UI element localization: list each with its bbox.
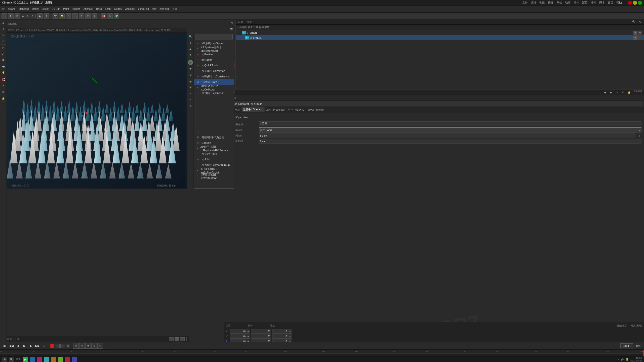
menu-item-mesh[interactable]: 网格 [556, 1, 562, 5]
axis-z[interactable]: Z [30, 15, 34, 17]
obj-toolbar-file[interactable]: 文件 [237, 26, 242, 29]
taskbar-app-3[interactable] [37, 357, 42, 362]
search-btn[interactable]: 🔍 [631, 19, 636, 25]
tool-camera[interactable]: 📷 [1, 64, 6, 69]
plugin-script[interactable]: Script [105, 8, 111, 10]
transport-tostart[interactable]: ⏮ [2, 343, 8, 349]
display-mode-grip[interactable] [186, 337, 187, 341]
end-frame-input[interactable] [620, 343, 633, 348]
plugin-animate[interactable]: Animate [84, 8, 93, 10]
taskbar-app-1[interactable]: 📁 [23, 357, 28, 362]
tool-magnet[interactable]: 🧲 [1, 77, 6, 82]
prop-tab-preview[interactable]: 颜色 | Preview [306, 108, 325, 112]
tool-bridge[interactable]: ⊞ [1, 89, 6, 94]
taskbar-app-6[interactable] [58, 357, 63, 362]
taskbar-app-2[interactable] [30, 357, 35, 362]
context-item-xpcache[interactable]: ● xpCache [194, 57, 234, 63]
win-close-btn[interactable] [628, 1, 632, 5]
menu-item-edit[interactable]: 编辑 [531, 1, 536, 5]
transport-prevkey[interactable]: ◀◀ [9, 343, 14, 349]
toolbar-object[interactable]: ◻ [66, 13, 71, 19]
taskbar-search[interactable]: 🔍 [9, 357, 14, 362]
record-option-1[interactable]: ⊙ [55, 344, 60, 348]
menu-item-select[interactable]: 选择 [548, 1, 553, 5]
tool-box[interactable]: ◻ [1, 45, 6, 51]
plugin-paint[interactable]: Paint [63, 8, 69, 10]
toolbar-scale[interactable]: ⊞ [15, 13, 20, 19]
prop-tab-properties[interactable]: 属性 | Properties [265, 108, 287, 112]
plugin-model[interactable]: Model [32, 8, 38, 10]
toolbar-axis[interactable]: ⊕ [107, 13, 113, 19]
obj-toolbar-tags[interactable]: 标签 [259, 26, 264, 29]
context-search-input[interactable] [195, 34, 233, 39]
axis-x[interactable]: X [21, 15, 25, 17]
tool-move[interactable]: ✛ [1, 26, 6, 32]
view-icon-3[interactable]: ◈ [188, 46, 193, 52]
attr-back-btn[interactable]: ◀ [602, 90, 608, 95]
toolbar-world[interactable]: 🌍 [114, 13, 119, 19]
context-item-xpquicktools[interactable]: ● xpQuickTools... [194, 63, 234, 68]
viewport[interactable]: 默认摄像机 > 工程 网格距离：工程 网格距离: 50 cm [7, 33, 187, 189]
option-btn-5[interactable]: ⊡ [97, 343, 103, 349]
record-option-2[interactable]: ⊙ [60, 344, 65, 348]
record-option-3[interactable]: ◎ [66, 344, 70, 348]
obj-toolbar-view[interactable]: 查看 [248, 26, 253, 29]
win-maximize-btn[interactable] [638, 1, 642, 5]
display-mode-2[interactable] [175, 337, 179, 341]
tool-light[interactable]: 💡 [1, 70, 6, 75]
view-icon-10[interactable]: ✏ [188, 97, 193, 103]
view-icon-2[interactable]: ⊕ [188, 40, 193, 46]
toolbar-light[interactable]: 💡 [59, 13, 65, 19]
ctx-item-xpfire[interactable]: ● XP粒火 追踪 [194, 151, 234, 157]
obj-toolbar-object[interactable]: 对象 [253, 26, 258, 29]
ctx-item-xpjoin[interactable]: ● xpJoin [194, 157, 234, 162]
taskbar-app-5[interactable] [51, 357, 56, 362]
menu-item-window[interactable]: 窗口 [608, 1, 613, 5]
option-btn-1[interactable]: ⊞ [73, 343, 79, 349]
start-btn[interactable]: ⊞ [2, 357, 7, 362]
menu-item-script[interactable]: 脚本 [599, 1, 605, 5]
menu-item-help[interactable]: 帮助 [616, 1, 622, 5]
coord-x-scale[interactable] [272, 329, 292, 334]
context-item-xpblend[interactable]: ● XP混合 | xpBlend [194, 90, 234, 96]
mode-dropdown[interactable]: 混加 | Add ▼ [259, 128, 641, 132]
toolbar-move[interactable]: ↔ [2, 13, 7, 19]
view-icon-camera[interactable]: 🎥 [188, 60, 193, 65]
obj-tree-tfformula[interactable]: F tfFormula ✓ ✓ [236, 35, 644, 40]
taskbar-app-7[interactable] [65, 357, 70, 362]
blend-value[interactable]: 100 % [259, 121, 641, 126]
view-icon-7[interactable]: 🔒 [188, 78, 193, 84]
plugin-sculpt[interactable]: Sculpt [42, 8, 49, 10]
coord-x-rot[interactable] [251, 329, 271, 334]
toolbar-camera[interactable]: 📷 [53, 13, 58, 19]
plugin-standard[interactable]: Standard [18, 8, 29, 10]
ctx-item-hidden[interactable]: ○ [194, 129, 234, 134]
view-icon-1[interactable]: 🔍 [188, 34, 193, 39]
context-menu[interactable]: ● XP系统 | xpSystem ● XPSystem组件 | xpSyste… [194, 33, 234, 128]
transport-play[interactable]: ▶ [22, 343, 27, 349]
toolbar-rotate[interactable]: ↻ [8, 13, 14, 19]
view-icon-8[interactable]: ⊞ [188, 84, 193, 90]
obj-toolbar-edit[interactable]: 编辑 [242, 26, 247, 29]
context-item-xpcellauto[interactable]: ● XP自动生产图 | xpCellAuto [194, 85, 234, 90]
plugin-expand[interactable]: 扩展 [173, 7, 178, 11]
tool-lock[interactable]: 🔒 [1, 96, 6, 101]
plugin-uvedit[interactable]: UV Edit [52, 8, 60, 10]
attr-lock-btn[interactable]: 🔒 [626, 90, 632, 95]
tool-paint[interactable]: 🖌 [1, 51, 6, 57]
tool-select[interactable]: ◈ [1, 20, 6, 26]
coord-x-pos[interactable] [230, 329, 250, 334]
tool-sculpt[interactable]: 🗿 [1, 57, 6, 63]
toolbar-deform[interactable]: ⊡ [79, 13, 84, 19]
right-icon-obj[interactable]: ◻ [229, 20, 234, 26]
view-icon-6[interactable]: ⚙ [188, 72, 193, 77]
plugin-hair[interactable]: Hair [152, 8, 156, 10]
coord-y-scale[interactable] [272, 334, 292, 339]
context-item-xpemitter[interactable]: ● xpEmitter [194, 52, 234, 57]
tool-rotate[interactable]: ↻ [1, 32, 6, 38]
plugin-nodes[interactable]: Nodes [114, 8, 122, 10]
blend-slider[interactable] [259, 127, 641, 128]
transport-prevframe[interactable]: ◀ [15, 343, 21, 349]
toolbar-render-view[interactable]: ⚙ [44, 13, 49, 19]
transport-nextkey[interactable]: ▶▶ [35, 343, 40, 349]
